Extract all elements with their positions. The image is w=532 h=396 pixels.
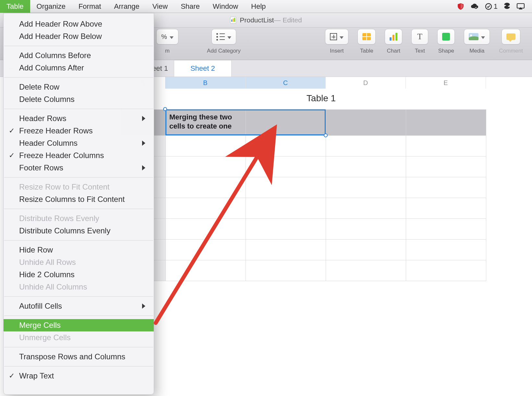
task-count: 1 [494, 2, 498, 11]
media-button[interactable] [464, 29, 490, 44]
mi-hide-row[interactable]: Hide Row [4, 244, 154, 256]
chevron-down-icon [170, 33, 174, 41]
mi-hide-2-columns[interactable]: Hide 2 Columns [4, 268, 154, 281]
document-icon [230, 17, 236, 24]
submenu-arrow-icon [142, 302, 145, 311]
toolbar-comment: Comment [499, 29, 523, 54]
col-head-e[interactable]: E [406, 77, 486, 89]
chevron-down-icon [227, 33, 231, 41]
media-label: Media [469, 48, 484, 54]
table-button[interactable] [357, 29, 376, 44]
table-row [120, 198, 486, 219]
shape-button[interactable] [437, 29, 455, 44]
zoom-button[interactable]: % [156, 29, 178, 44]
svg-rect-6 [234, 18, 235, 22]
chevron-down-icon [481, 33, 485, 41]
table-title[interactable]: Table 1 [120, 93, 522, 104]
mi-resize-columns-fit[interactable]: Resize Columns to Fit Content [4, 193, 154, 205]
menu-window[interactable]: Window [206, 0, 245, 13]
mi-autofill-cells[interactable]: Autofill Cells [4, 300, 154, 312]
mi-unhide-columns: Unhide All Columns [4, 281, 154, 293]
mi-wrap-text[interactable]: ✓Wrap Text [4, 370, 154, 382]
text-icon: T [417, 32, 422, 42]
menu-share[interactable]: Share [174, 0, 206, 13]
table-row [120, 136, 486, 156]
comment-button[interactable] [502, 29, 520, 44]
svg-rect-4 [231, 19, 232, 22]
add-category-button[interactable] [212, 29, 236, 44]
table-icon [362, 33, 371, 40]
text-button[interactable]: T [411, 29, 428, 44]
mi-resize-row-fit: Resize Row to Fit Content [4, 181, 154, 193]
table-row [120, 260, 486, 281]
column-headers: A B C D E [120, 77, 532, 89]
menu-format[interactable]: Format [72, 0, 108, 13]
mi-add-header-row-above[interactable]: Add Header Row Above [4, 18, 154, 30]
airplay-icon[interactable] [516, 3, 525, 10]
table-label: Table [360, 48, 373, 54]
toolbar-text: T Text [411, 29, 428, 54]
mi-add-columns-before[interactable]: Add Columns Before [4, 49, 154, 62]
document-name: ProductList [240, 16, 274, 24]
mi-header-columns[interactable]: Header Columns [4, 137, 154, 149]
mi-distribute-rows: Distribute Rows Evenly [4, 212, 154, 225]
selection-handle-tl[interactable] [163, 107, 167, 111]
shield-icon[interactable] [457, 3, 465, 10]
table-row [120, 177, 486, 198]
menubar-status-area: 1 [457, 2, 532, 11]
mi-freeze-header-rows[interactable]: ✓Freeze Header Rows [4, 125, 154, 137]
mi-freeze-header-columns[interactable]: ✓Freeze Header Columns [4, 149, 154, 162]
mi-add-header-row-below[interactable]: Add Header Row Below [4, 30, 154, 43]
text-label: Text [415, 48, 425, 54]
toolbar-zoom: % m [156, 29, 178, 54]
checkmark-icon: ✓ [9, 127, 15, 135]
mi-transpose[interactable]: Transpose Rows and Columns [4, 351, 154, 363]
submenu-arrow-icon [142, 139, 145, 148]
mi-merge-cells[interactable]: Merge Cells [4, 319, 154, 331]
toolbar-shape: Shape [437, 29, 455, 54]
insert-button[interactable] [325, 29, 348, 44]
menu-view[interactable]: View [146, 0, 174, 13]
sheet-tab-1[interactable]: eet 1 [152, 60, 174, 77]
mi-header-rows[interactable]: Header Rows [4, 112, 154, 125]
table-grid[interactable] [120, 109, 486, 281]
selection-handle-br[interactable] [324, 133, 328, 137]
comment-icon [506, 33, 515, 40]
chevron-down-icon [340, 33, 344, 41]
mi-unhide-rows: Unhide All Rows [4, 256, 154, 268]
shape-icon [442, 33, 450, 41]
checkmark-icon: ✓ [9, 372, 15, 380]
submenu-arrow-icon [142, 114, 145, 123]
add-category-label: Add Category [207, 48, 241, 54]
menu-arrange[interactable]: Arrange [108, 0, 146, 13]
comment-label: Comment [499, 48, 523, 54]
col-head-c[interactable]: C [246, 77, 326, 89]
mi-delete-columns[interactable]: Delete Columns [4, 93, 154, 105]
col-head-b[interactable]: B [165, 77, 246, 89]
submenu-arrow-icon [142, 163, 145, 172]
selected-cell-text: Merging these two cells to create one [169, 113, 244, 130]
mi-footer-rows[interactable]: Footer Rows [4, 162, 154, 174]
task-check-icon[interactable]: 1 [485, 2, 498, 11]
chart-button[interactable] [385, 29, 402, 44]
toolbar-insert: Insert [325, 29, 348, 54]
zoom-label: m [165, 48, 170, 54]
toolbar-chart: Chart [385, 29, 402, 54]
media-icon [469, 33, 478, 40]
col-head-d[interactable]: D [326, 77, 406, 89]
menu-help[interactable]: Help [245, 0, 272, 13]
cloud-sync-icon[interactable] [470, 3, 479, 10]
mi-add-columns-after[interactable]: Add Columns After [4, 62, 154, 74]
s-icon[interactable] [503, 3, 511, 10]
menu-table[interactable]: Table [0, 0, 30, 13]
toolbar-add-category: Add Category [207, 29, 241, 54]
document-edited: — Edited [274, 16, 302, 24]
plus-box-icon [330, 33, 337, 40]
mi-distribute-columns[interactable]: Distribute Columns Evenly [4, 225, 154, 237]
menu-organize[interactable]: Organize [30, 0, 72, 13]
sheet-tab-2[interactable]: Sheet 2 [174, 60, 232, 77]
insert-label: Insert [330, 48, 344, 54]
mi-delete-row[interactable]: Delete Row [4, 81, 154, 93]
chart-label: Chart [387, 48, 401, 54]
table-row [120, 156, 486, 177]
